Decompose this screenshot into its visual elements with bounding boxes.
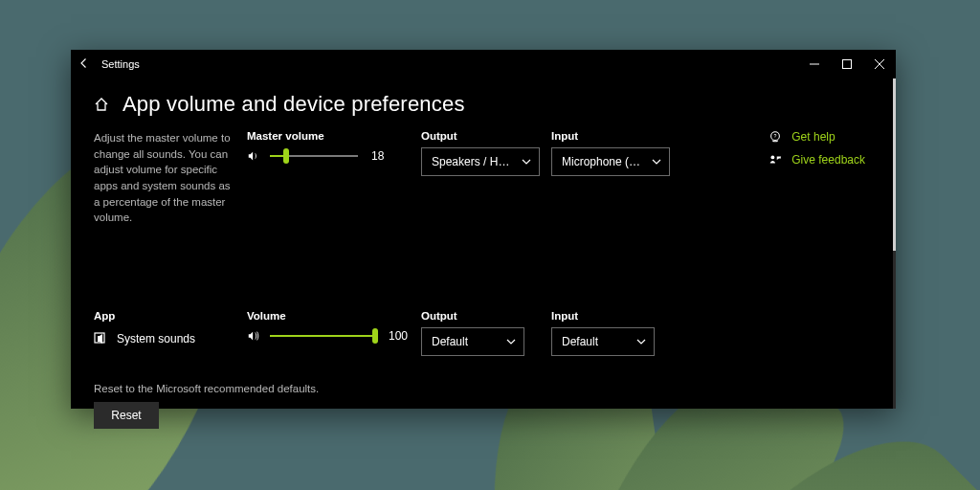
close-button[interactable] bbox=[863, 50, 896, 78]
chevron-down-icon bbox=[506, 337, 516, 346]
master-input-dropdown[interactable]: Microphone (Realte… bbox=[551, 147, 670, 176]
help-icon: ? bbox=[768, 130, 782, 144]
app-name: System sounds bbox=[117, 332, 195, 345]
settings-window: Settings App volume and device preferenc… bbox=[71, 50, 896, 409]
speaker-icon[interactable] bbox=[247, 329, 260, 343]
master-volume-label: Master volume bbox=[247, 130, 421, 142]
reset-button[interactable]: Reset bbox=[94, 402, 159, 429]
output-label: Output bbox=[421, 130, 551, 142]
master-output-dropdown[interactable]: Speakers / Headpho… bbox=[421, 147, 540, 176]
app-input-label: Input bbox=[551, 310, 681, 322]
scrollbar[interactable] bbox=[893, 78, 896, 409]
app-row-system-sounds: System sounds bbox=[94, 331, 247, 346]
input-label: Input bbox=[551, 130, 681, 142]
master-input-selected: Microphone (Realte… bbox=[562, 155, 646, 168]
volume-column-label: Volume bbox=[247, 310, 421, 322]
window-title: Settings bbox=[98, 58, 140, 70]
help-actions: ? Get help Give feedback bbox=[768, 130, 865, 176]
scrollbar-thumb[interactable] bbox=[893, 78, 896, 251]
page-title: App volume and device preferences bbox=[122, 92, 465, 117]
chevron-down-icon bbox=[522, 157, 531, 167]
get-help-label: Get help bbox=[791, 130, 835, 144]
minimize-button[interactable] bbox=[798, 50, 831, 78]
window-controls bbox=[798, 50, 896, 78]
reset-note: Reset to the Microsoft recommended defau… bbox=[94, 383, 873, 394]
master-volume-value: 18 bbox=[371, 149, 384, 163]
maximize-button[interactable] bbox=[831, 50, 863, 78]
svg-rect-1 bbox=[843, 60, 852, 69]
get-help-link[interactable]: ? Get help bbox=[768, 130, 865, 144]
app-volume-slider[interactable] bbox=[270, 335, 375, 337]
app-column-label: App bbox=[94, 310, 247, 322]
app-input-selected: Default bbox=[562, 335, 598, 348]
back-button[interactable] bbox=[71, 57, 98, 71]
app-output-dropdown[interactable]: Default bbox=[421, 327, 524, 356]
give-feedback-link[interactable]: Give feedback bbox=[768, 153, 865, 167]
app-volume-value: 100 bbox=[389, 329, 408, 343]
app-input-dropdown[interactable]: Default bbox=[551, 327, 655, 356]
page-description: Adjust the master volume to change all s… bbox=[94, 130, 237, 226]
feedback-icon bbox=[768, 153, 782, 167]
home-icon[interactable] bbox=[94, 97, 109, 112]
chevron-down-icon bbox=[636, 337, 646, 346]
master-volume-slider[interactable] bbox=[270, 155, 358, 157]
svg-text:?: ? bbox=[774, 133, 777, 139]
app-output-selected: Default bbox=[432, 335, 468, 348]
titlebar: Settings bbox=[71, 50, 896, 78]
system-sounds-icon bbox=[94, 331, 109, 346]
page-heading-row: App volume and device preferences bbox=[94, 92, 873, 117]
svg-point-6 bbox=[771, 155, 775, 159]
app-output-label: Output bbox=[421, 310, 551, 322]
speaker-icon[interactable] bbox=[247, 149, 260, 163]
give-feedback-label: Give feedback bbox=[791, 153, 865, 167]
master-output-selected: Speakers / Headpho… bbox=[432, 155, 516, 168]
chevron-down-icon bbox=[652, 157, 661, 167]
